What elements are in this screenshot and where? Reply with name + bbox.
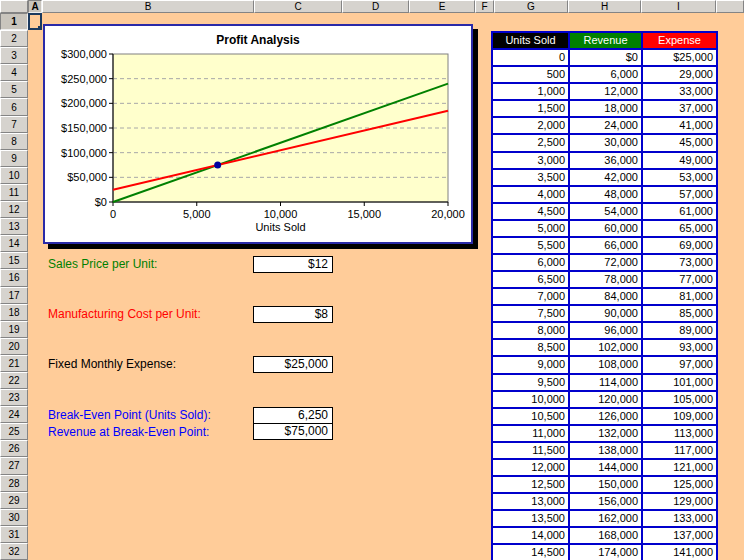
row-header-18[interactable]: 18 — [0, 304, 28, 321]
row-header-15[interactable]: 15 — [0, 252, 28, 269]
table-cell[interactable]: 97,000 — [643, 357, 716, 372]
row-header-27[interactable]: 27 — [0, 457, 28, 474]
row-header-16[interactable]: 16 — [0, 269, 28, 286]
column-header-H[interactable]: H — [568, 0, 641, 13]
break-even-revenue-cell[interactable]: $75,000 — [253, 423, 333, 440]
table-cell[interactable]: 7,000 — [493, 289, 568, 304]
table-cell[interactable]: 11,500 — [493, 443, 568, 458]
table-cell[interactable]: 102,000 — [570, 340, 641, 355]
column-header-E[interactable]: E — [409, 0, 475, 13]
table-cell[interactable]: 12,500 — [493, 477, 568, 492]
table-cell[interactable]: 8,500 — [493, 340, 568, 355]
table-cell[interactable]: 500 — [493, 67, 568, 82]
column-header-B[interactable]: B — [42, 0, 254, 13]
table-cell[interactable]: 129,000 — [643, 494, 716, 509]
table-cell[interactable]: 114,000 — [570, 375, 641, 390]
row-header-29[interactable]: 29 — [0, 492, 28, 509]
table-cell[interactable]: 125,000 — [643, 477, 716, 492]
table-cell[interactable]: 156,000 — [570, 494, 641, 509]
row-header-13[interactable]: 13 — [0, 218, 28, 235]
row-header-8[interactable]: 8 — [0, 133, 28, 150]
table-cell[interactable]: 162,000 — [570, 511, 641, 526]
table-cell[interactable]: 137,000 — [643, 528, 716, 543]
row-header-3[interactable]: 3 — [0, 47, 28, 64]
table-cell[interactable]: 8,000 — [493, 323, 568, 338]
table-cell[interactable]: 93,000 — [643, 340, 716, 355]
table-cell[interactable]: 12,000 — [493, 460, 568, 475]
table-cell[interactable]: 12,000 — [570, 84, 641, 99]
select-all-corner[interactable] — [0, 0, 28, 13]
manufacturing-cost-cell[interactable]: $8 — [253, 306, 333, 323]
profit-analysis-chart[interactable]: $0$50,000$100,000$150,000$200,000$250,00… — [43, 24, 473, 244]
row-header-24[interactable]: 24 — [0, 406, 28, 423]
table-cell[interactable]: 13,500 — [493, 511, 568, 526]
table-cell[interactable]: 6,500 — [493, 272, 568, 287]
table-cell[interactable]: 73,000 — [643, 255, 716, 270]
table-cell[interactable]: 90,000 — [570, 306, 641, 321]
table-cell[interactable]: 101,000 — [643, 375, 716, 390]
row-header-20[interactable]: 20 — [0, 338, 28, 355]
table-cell[interactable]: 132,000 — [570, 426, 641, 441]
table-cell[interactable]: 138,000 — [570, 443, 641, 458]
table-cell[interactable]: 14,000 — [493, 528, 568, 543]
table-cell[interactable]: 41,000 — [643, 118, 716, 133]
fixed-expense-cell[interactable]: $25,000 — [253, 356, 333, 373]
table-cell[interactable]: $0 — [570, 50, 641, 65]
row-header-5[interactable]: 5 — [0, 81, 28, 98]
table-cell[interactable]: 54,000 — [570, 204, 641, 219]
table-cell[interactable]: 1,500 — [493, 101, 568, 116]
table-cell[interactable]: 65,000 — [643, 221, 716, 236]
row-header-31[interactable]: 31 — [0, 526, 28, 543]
table-cell[interactable]: 37,000 — [643, 101, 716, 116]
table-cell[interactable]: 144,000 — [570, 460, 641, 475]
table-cell[interactable]: 85,000 — [643, 306, 716, 321]
row-header-4[interactable]: 4 — [0, 64, 28, 81]
table-cell[interactable]: 126,000 — [570, 409, 641, 424]
table-cell[interactable]: 18,000 — [570, 101, 641, 116]
table-cell[interactable]: 14,500 — [493, 545, 568, 560]
column-header-D[interactable]: D — [342, 0, 409, 13]
table-cell[interactable]: 0 — [493, 50, 568, 65]
table-cell[interactable]: 150,000 — [570, 477, 641, 492]
table-cell[interactable]: 33,000 — [643, 84, 716, 99]
table-cell[interactable]: 10,500 — [493, 409, 568, 424]
row-header-14[interactable]: 14 — [0, 235, 28, 252]
table-cell[interactable]: 1,000 — [493, 84, 568, 99]
table-cell[interactable]: 117,000 — [643, 443, 716, 458]
table-cell[interactable]: 120,000 — [570, 392, 641, 407]
table-cell[interactable]: 7,500 — [493, 306, 568, 321]
table-cell[interactable]: 72,000 — [570, 255, 641, 270]
column-header-partial[interactable] — [716, 0, 744, 13]
row-header-12[interactable]: 12 — [0, 201, 28, 218]
table-cell[interactable]: 10,000 — [493, 392, 568, 407]
table-cell[interactable]: 13,000 — [493, 494, 568, 509]
table-cell[interactable]: 53,000 — [643, 170, 716, 185]
table-cell[interactable]: 174,000 — [570, 545, 641, 560]
table-cell[interactable]: 3,000 — [493, 153, 568, 168]
row-header-22[interactable]: 22 — [0, 372, 28, 389]
table-cell[interactable]: 109,000 — [643, 409, 716, 424]
row-header-9[interactable]: 9 — [0, 150, 28, 167]
table-cell[interactable]: 61,000 — [643, 204, 716, 219]
selected-cell-a1[interactable] — [28, 13, 42, 30]
table-cell[interactable]: 133,000 — [643, 511, 716, 526]
table-cell[interactable]: 5,000 — [493, 221, 568, 236]
table-cell[interactable]: 3,500 — [493, 170, 568, 185]
table-cell[interactable]: 24,000 — [570, 118, 641, 133]
column-header-I[interactable]: I — [641, 0, 716, 13]
table-cell[interactable]: 168,000 — [570, 528, 641, 543]
table-cell[interactable]: 36,000 — [570, 153, 641, 168]
row-header-7[interactable]: 7 — [0, 116, 28, 133]
row-header-25[interactable]: 25 — [0, 423, 28, 440]
table-cell[interactable]: 48,000 — [570, 187, 641, 202]
table-cell[interactable]: 6,000 — [570, 67, 641, 82]
row-header-30[interactable]: 30 — [0, 509, 28, 526]
table-cell[interactable]: 4,000 — [493, 187, 568, 202]
table-cell[interactable]: 105,000 — [643, 392, 716, 407]
table-cell[interactable]: 89,000 — [643, 323, 716, 338]
table-cell[interactable]: 42,000 — [570, 170, 641, 185]
table-cell[interactable]: 77,000 — [643, 272, 716, 287]
fill-handle[interactable] — [38, 26, 42, 30]
sales-price-cell[interactable]: $12 — [253, 256, 333, 273]
table-cell[interactable]: 6,000 — [493, 255, 568, 270]
